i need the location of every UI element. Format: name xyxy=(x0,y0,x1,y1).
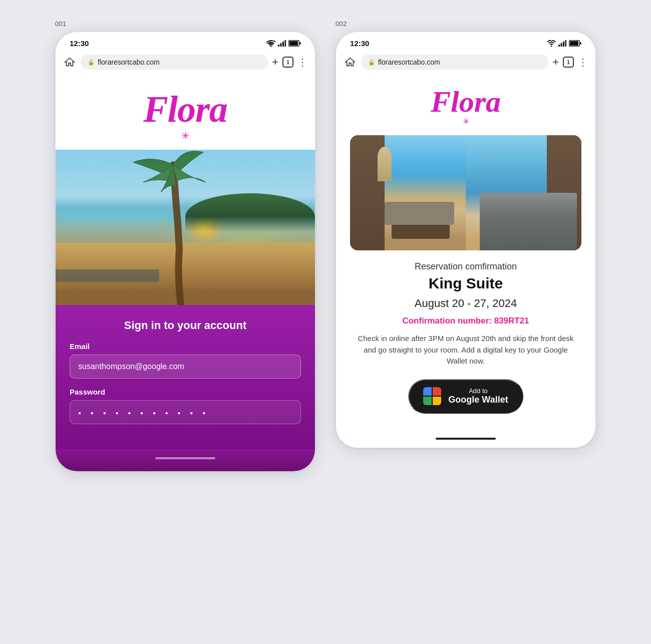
screen2-number: 002 xyxy=(336,20,347,28)
screen1-menu-button[interactable]: ⋮ xyxy=(297,57,308,67)
room-image-inner xyxy=(350,135,581,250)
phone-2-wrapper: 002 12:30 xyxy=(336,20,596,472)
screen2-menu-button[interactable]: ⋮ xyxy=(578,57,588,67)
svg-rect-8 xyxy=(558,45,560,47)
wallet-add-to-label: Add to xyxy=(448,387,508,395)
screens-container: 001 12:30 xyxy=(30,20,621,472)
screen1-status-bar: 12:30 xyxy=(56,32,315,52)
screen1-flora-logo: Flora xyxy=(143,91,227,128)
screen2-status-time: 12:30 xyxy=(350,39,369,48)
phone-1-frame: 12:30 xyxy=(55,32,315,472)
screen1-email-value: susanthompson@google.com xyxy=(78,362,184,371)
google-wallet-button[interactable]: Add to Google Wallet xyxy=(408,379,523,414)
signal-icon xyxy=(278,40,286,47)
screen2-home-bar-line xyxy=(436,438,496,440)
palm-tree-decoration xyxy=(133,150,223,305)
screen1-browser-bar: 🔒 floraresortcabo.com + 1 ⋮ xyxy=(56,52,315,75)
screen1-browser-actions: + 1 ⋮ xyxy=(272,57,308,68)
screen1-status-icons xyxy=(266,40,301,47)
screen2-room-name: King Suite xyxy=(429,275,503,292)
home-icon xyxy=(64,57,75,68)
screen1-signin-title: Sign in to your account xyxy=(70,319,301,332)
screen2-content: Flora ✳ xyxy=(336,75,595,434)
svg-point-7 xyxy=(551,46,552,47)
screen2-flora-logo: Flora xyxy=(431,87,501,117)
screen2-home-button[interactable] xyxy=(343,55,357,69)
screen2-asterisk: ✳ xyxy=(463,117,469,126)
wallet-color-yellow xyxy=(433,397,441,405)
wallet-button-text: Add to Google Wallet xyxy=(448,387,508,406)
screen2-browser-actions: + 1 ⋮ xyxy=(552,57,588,68)
screen2-date-range: August 20 - 27, 2024 xyxy=(415,297,517,310)
wallet-colors-icon xyxy=(423,387,441,405)
beach-image-inner xyxy=(56,150,315,305)
screen2-confirmation-number: Confirmation number: 839RT21 xyxy=(402,316,529,326)
screen1-logo-area: Flora ✳ xyxy=(56,75,315,150)
wifi-icon xyxy=(266,40,275,47)
screen2-reservation-label: Reservation comfirmation xyxy=(415,261,517,272)
screen1-password-input[interactable]: ● ● ● ● ● ● ● ● ● ● ● xyxy=(70,400,301,424)
screen2-url-bar[interactable]: 🔒 floraresortcabo.com xyxy=(361,55,548,70)
screen2-add-tab-button[interactable]: + xyxy=(552,57,559,68)
battery-icon xyxy=(288,40,301,47)
screen2-wifi-icon xyxy=(547,40,556,47)
phone-2-frame: 12:30 xyxy=(336,32,596,448)
screen1-signin-section: Sign in to your account Email susanthomp… xyxy=(56,305,315,449)
svg-rect-10 xyxy=(563,42,564,47)
screen1-url-text: floraresortcabo.com xyxy=(98,58,160,66)
svg-rect-11 xyxy=(565,40,567,47)
screen1-number: 001 xyxy=(55,20,66,28)
screen2-room-image xyxy=(350,135,581,250)
svg-rect-9 xyxy=(561,43,562,47)
screen1-url-bar[interactable]: 🔒 floraresortcabo.com xyxy=(81,55,268,70)
screen1-bottom-bar xyxy=(56,449,315,471)
svg-rect-6 xyxy=(289,41,298,46)
screen2-browser-bar: 🔒 floraresortcabo.com + 1 ⋮ xyxy=(336,52,595,75)
screen2-home-bar xyxy=(336,434,595,448)
screen1-password-value: ● ● ● ● ● ● ● ● ● ● ● xyxy=(78,410,209,416)
screen1-content: Flora ✳ xyxy=(56,75,315,471)
screen1-tab-count[interactable]: 1 xyxy=(282,57,293,68)
screen2-url-text: floraresortcabo.com xyxy=(378,58,440,66)
screen1-home-button[interactable] xyxy=(63,55,77,69)
svg-rect-4 xyxy=(285,40,286,47)
svg-rect-13 xyxy=(570,41,578,46)
screen1-beach-image xyxy=(56,150,315,305)
lock-icon: 🔒 xyxy=(88,59,95,66)
screen2-battery-icon xyxy=(569,40,581,47)
screen2-home-icon xyxy=(345,57,356,68)
screen1-add-tab-button[interactable]: + xyxy=(272,57,278,68)
svg-rect-3 xyxy=(282,42,284,47)
screen1-status-time: 12:30 xyxy=(70,39,89,48)
wallet-color-green xyxy=(423,397,432,405)
screen2-status-icons xyxy=(547,40,581,47)
screen2-tab-count[interactable]: 1 xyxy=(563,57,574,68)
phone-1-wrapper: 001 12:30 xyxy=(55,20,315,472)
screen1-asterisk: ✳ xyxy=(181,130,190,142)
screen1-email-label: Email xyxy=(70,342,301,351)
wallet-color-red xyxy=(433,387,441,396)
wallet-google-label: Google Wallet xyxy=(448,395,508,406)
screen1-email-input[interactable]: susanthompson@google.com xyxy=(70,355,301,379)
wallet-color-blue xyxy=(423,387,432,396)
screen1-home-bar-line xyxy=(155,457,215,459)
screen2-status-bar: 12:30 xyxy=(336,32,595,52)
svg-point-0 xyxy=(270,46,272,47)
screen2-checkin-description: Check in online after 3PM on August 20th… xyxy=(350,333,581,367)
screen1-password-label: Password xyxy=(70,388,301,396)
screen2-signal-icon xyxy=(558,40,566,47)
svg-rect-2 xyxy=(280,43,282,47)
screen2-lock-icon: 🔒 xyxy=(368,59,375,66)
svg-rect-1 xyxy=(278,45,279,47)
